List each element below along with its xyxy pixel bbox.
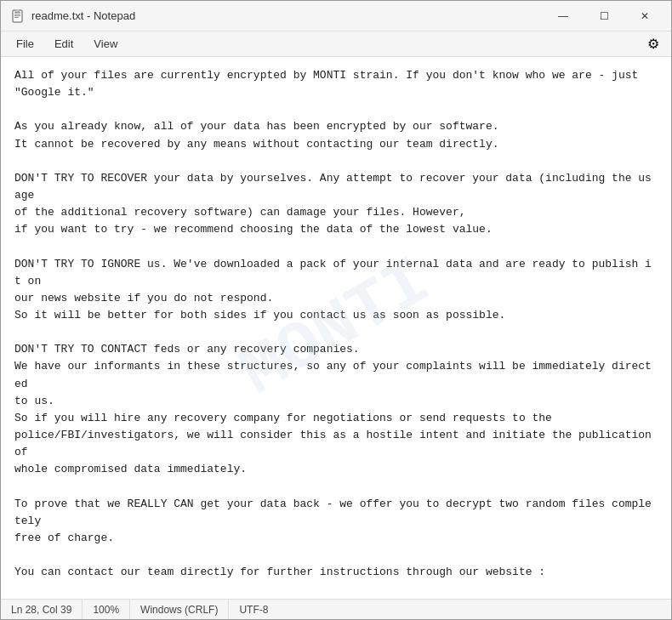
document-text: All of your files are currently encrypte… bbox=[14, 67, 658, 599]
line-ending: Windows (CRLF) bbox=[130, 600, 229, 619]
window-title: readme.txt - Notepad bbox=[31, 9, 135, 22]
maximize-button[interactable]: ☐ bbox=[584, 3, 624, 29]
text-content-area[interactable]: MONTI All of your files are currently en… bbox=[1, 57, 671, 599]
view-menu[interactable]: View bbox=[85, 34, 126, 54]
close-button[interactable]: ✕ bbox=[625, 3, 664, 29]
encoding: UTF-8 bbox=[229, 600, 278, 619]
svg-rect-4 bbox=[14, 17, 19, 18]
notepad-window: readme.txt - Notepad — ☐ ✕ File Edit Vie… bbox=[0, 0, 672, 620]
settings-icon[interactable]: ⚙ bbox=[642, 34, 664, 54]
menu-bar: File Edit View ⚙ bbox=[1, 31, 671, 57]
file-menu[interactable]: File bbox=[8, 34, 43, 54]
minimize-button[interactable]: — bbox=[544, 3, 583, 29]
zoom-level: 100% bbox=[83, 600, 130, 619]
title-bar: readme.txt - Notepad — ☐ ✕ bbox=[1, 1, 671, 31]
notepad-icon bbox=[11, 9, 25, 23]
title-bar-left: readme.txt - Notepad bbox=[11, 9, 135, 23]
cursor-position: Ln 28, Col 39 bbox=[1, 600, 83, 619]
status-bar: Ln 28, Col 39 100% Windows (CRLF) UTF-8 bbox=[1, 599, 671, 619]
menu-items: File Edit View bbox=[8, 34, 126, 54]
title-bar-controls: — ☐ ✕ bbox=[544, 3, 664, 29]
svg-rect-5 bbox=[15, 9, 20, 12]
svg-rect-2 bbox=[14, 14, 20, 14]
svg-rect-3 bbox=[14, 15, 20, 16]
edit-menu[interactable]: Edit bbox=[46, 34, 82, 54]
